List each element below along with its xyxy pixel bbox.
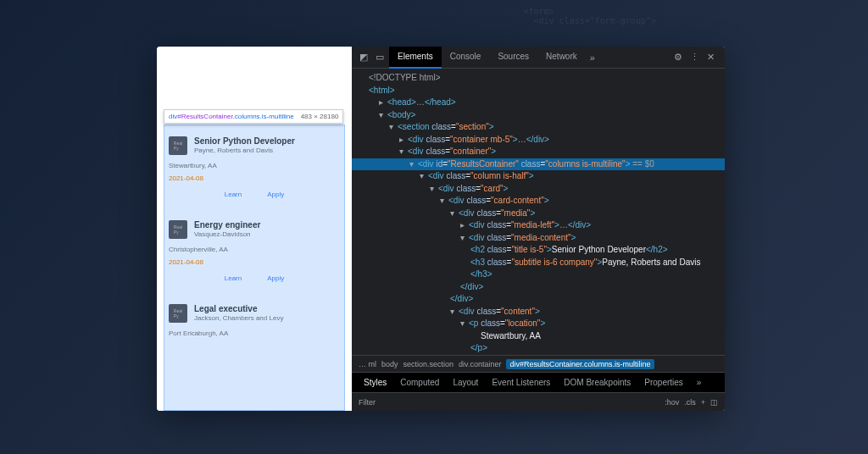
crumb[interactable]: div.container xyxy=(459,360,501,368)
tab-properties[interactable]: Properties xyxy=(637,373,690,393)
tooltip-id: #ResultsContainer xyxy=(177,113,232,120)
company-logo: RealPy xyxy=(169,304,187,323)
dom-line[interactable]: ▾<div class="media-content"> xyxy=(352,232,725,245)
job-card: RealPy Senior Python Developer Payne, Ro… xyxy=(169,131,340,203)
crumb[interactable]: body xyxy=(381,360,398,368)
job-title: Legal executive xyxy=(194,304,283,313)
dom-line[interactable]: ▾<div class="media"> xyxy=(352,208,725,220)
crumb[interactable]: section.section xyxy=(403,360,454,368)
company-logo: RealPy xyxy=(169,220,187,239)
dom-line[interactable]: ▾<div class="card"> xyxy=(352,183,725,196)
tooltip-tag: div xyxy=(169,113,177,120)
tab-elements[interactable]: Elements xyxy=(389,47,442,69)
gear-icon[interactable]: ⚙ xyxy=(671,51,685,64)
job-location: Stewartbury, AA xyxy=(169,162,340,169)
kebab-icon[interactable]: ⋮ xyxy=(687,51,701,64)
page-viewport: div#ResultsContainer.columns.is-multilin… xyxy=(157,47,352,411)
filter-input[interactable]: Filter xyxy=(359,398,376,407)
results-container: RealPy Senior Python Developer Payne, Ro… xyxy=(169,131,340,359)
tab-dom-breakpoints[interactable]: DOM Breakpoints xyxy=(557,373,637,393)
tab-event-listeners[interactable]: Event Listeners xyxy=(485,373,557,393)
bg-code-snippet: <form> <div class="form-group"> xyxy=(523,7,656,25)
add-rule-icon[interactable]: + xyxy=(701,398,705,407)
dom-line[interactable]: ▾<div class="content"> xyxy=(352,306,725,318)
job-date: 2021-04-08 xyxy=(169,174,340,182)
tab-sources[interactable]: Sources xyxy=(489,47,537,69)
dom-line[interactable]: ▸<head>…</head> xyxy=(352,97,725,109)
job-title: Senior Python Developer xyxy=(194,136,295,146)
crumb-active[interactable]: div#ResultsContainer.columns.is-multilin… xyxy=(506,359,654,369)
dom-line[interactable]: </div> xyxy=(352,281,725,294)
dom-line[interactable]: <h3 class="subtitle is-6 company">Payne,… xyxy=(352,257,725,269)
breadcrumb[interactable]: … ml body section.section div.container … xyxy=(352,355,725,372)
tab-layout[interactable]: Layout xyxy=(446,373,485,393)
job-date: 2021-04-08 xyxy=(169,258,340,266)
job-company: Jackson, Chambers and Levy xyxy=(194,314,283,322)
tooltip-dimensions: 483 × 28180 xyxy=(301,113,339,120)
dom-line[interactable]: <!DOCTYPE html> xyxy=(352,72,725,85)
box-icon[interactable]: ◫ xyxy=(710,398,718,407)
tab-network[interactable]: Network xyxy=(537,47,586,69)
dom-line[interactable]: ▸<div class="media-left">…</div> xyxy=(352,219,725,232)
dom-line-selected[interactable]: ▾<div id="ResultsContainer" class="colum… xyxy=(352,158,725,171)
tooltip-classes: .columns.is-multiline xyxy=(233,113,294,120)
dom-line[interactable]: ▾<p class="location"> xyxy=(352,318,725,330)
learn-button[interactable]: Learn xyxy=(225,274,242,282)
tab-console[interactable]: Console xyxy=(442,47,490,69)
close-icon[interactable]: ✕ xyxy=(704,51,717,64)
apply-button[interactable]: Apply xyxy=(267,274,284,282)
more-tabs-icon[interactable]: » xyxy=(586,51,599,64)
browser-window: div#ResultsContainer.columns.is-multilin… xyxy=(157,47,725,411)
learn-button[interactable]: Learn xyxy=(225,191,242,198)
styles-tabs: Styles Computed Layout Event Listeners D… xyxy=(352,372,725,392)
dom-line[interactable]: Stewartbury, AA xyxy=(352,330,725,343)
job-location: Christopherville, AA xyxy=(169,246,340,253)
crumb[interactable]: … ml xyxy=(359,360,376,368)
more-tabs-icon[interactable]: » xyxy=(690,373,709,393)
dom-line[interactable]: </p> xyxy=(352,342,725,355)
dom-line[interactable]: ▸<div class="container mb-5">…</div> xyxy=(352,134,725,147)
hov-toggle[interactable]: :hov xyxy=(665,398,679,407)
dom-line[interactable]: ▾<div class="column is-half"> xyxy=(352,170,725,183)
job-card: RealPy Energy engineer Vasquez-Davidson … xyxy=(169,215,340,287)
job-company: Payne, Roberts and Davis xyxy=(194,147,295,154)
inspector-tooltip: div#ResultsContainer.columns.is-multilin… xyxy=(164,109,343,124)
dom-line[interactable]: ▾<div class="card-content"> xyxy=(352,195,725,208)
dom-tree[interactable]: <!DOCTYPE html> <html> ▸<head>…</head> ▾… xyxy=(352,69,725,355)
job-title: Energy engineer xyxy=(194,220,260,230)
dom-line[interactable]: ▾<body> xyxy=(352,109,725,122)
job-location: Port Ericaburgh, AA xyxy=(169,329,340,337)
job-company: Vasquez-Davidson xyxy=(194,230,260,238)
tab-computed[interactable]: Computed xyxy=(393,373,446,393)
cls-toggle[interactable]: .cls xyxy=(684,398,696,407)
inspect-icon[interactable]: ◩ xyxy=(357,51,370,64)
dom-line[interactable]: ▾<div class="container"> xyxy=(352,146,725,158)
job-card: RealPy Legal executive Jackson, Chambers… xyxy=(169,299,340,347)
devtools-panel: ◩ ▭ Elements Console Sources Network » ⚙… xyxy=(352,47,725,411)
apply-button[interactable]: Apply xyxy=(267,191,284,198)
tab-styles[interactable]: Styles xyxy=(357,373,393,393)
dom-line[interactable]: <html> xyxy=(352,85,725,97)
dom-line[interactable]: <h2 class="title is-5">Senior Python Dev… xyxy=(352,244,725,257)
company-logo: RealPy xyxy=(169,136,187,155)
dom-line[interactable]: </div> xyxy=(352,293,725,306)
device-toggle-icon[interactable]: ▭ xyxy=(373,51,387,64)
dom-line[interactable]: </h3> xyxy=(352,269,725,281)
filter-row: Filter :hov .cls + ◫ xyxy=(352,392,725,411)
devtools-tabs: ◩ ▭ Elements Console Sources Network » ⚙… xyxy=(352,47,725,69)
dom-line[interactable]: ▾<section class="section"> xyxy=(352,121,725,134)
